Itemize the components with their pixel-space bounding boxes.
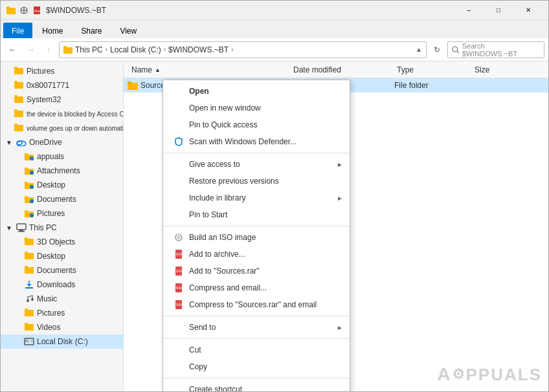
thispc-chevron: ▼ [6,224,12,232]
svg-text:RAR: RAR [176,286,183,290]
svg-text:RAR: RAR [176,252,183,256]
up-button[interactable]: ↑ [41,42,56,58]
sidebar-item-local-disk[interactable]: Local Disk (C:) [1,334,123,349]
sidebar-item-downloads[interactable]: Downloads [1,278,123,292]
ribbon: File Home Share View [1,20,548,38]
svg-point-19 [30,171,34,175]
folder-icon [14,109,24,119]
sidebar-item-documents[interactable]: Documents [1,263,123,278]
tab-share[interactable]: Share [73,23,110,38]
ctx-item-copy[interactable]: Copy [163,358,350,375]
sidebar-item-videos[interactable]: Videos [1,320,123,334]
svg-line-10 [457,50,459,52]
col-header-type[interactable]: Type [393,61,471,78]
path-segment-windowsbt: $WINDOWS.~BT [168,45,229,54]
sidebar-item-attachments[interactable]: Attachments [1,164,123,178]
ctx-item-send-to[interactable]: Send to ► [163,319,350,336]
ctx-item-give-access[interactable]: Give access to ► [163,156,350,173]
ctx-item-compress-email[interactable]: RAR Compress and email... [163,279,350,296]
sidebar-label-volume: volume goes up or down automatically [27,125,123,132]
ctx-item-add-sources-rar[interactable]: RAR Add to "Sources.rar" [163,263,350,279]
refresh-button[interactable]: ↻ [429,42,445,58]
svg-rect-39 [128,82,131,84]
col-header-date[interactable]: Date modified [289,61,393,78]
back-button[interactable]: ← [5,42,20,58]
tab-view[interactable]: View [111,23,145,38]
col-header-size[interactable]: Size [471,61,522,78]
sidebar-item-desktop[interactable]: Desktop [1,249,123,263]
ctx-item-compress-sources-email[interactable]: RAR Compress to "Sources.rar" and email [163,296,350,313]
rar-title-icon: RAR [32,5,42,16]
sidebar-item-appuals[interactable]: ↑ appuals [1,149,123,164]
svg-rect-29 [17,224,26,230]
sidebar-label-0x80071771: 0x80071771 [27,81,69,90]
sidebar-item-desktop-od[interactable]: Desktop [1,178,123,192]
ctx-item-restore-versions[interactable]: Restore previous versions [163,173,350,190]
sidebar-item-onedrive[interactable]: ▼ OneDrive [1,135,123,149]
svg-text:RAR: RAR [176,303,183,307]
sidebar-item-music[interactable]: Music [1,292,123,306]
ctx-arrow-send-to: ► [337,324,343,331]
content-area: Name ▲ Date modified Type Size [124,61,548,391]
sidebar-item-pictures-od[interactable]: Pictures [1,206,123,221]
sidebar-label-music: Music [37,294,57,303]
ctx-separator-1 [163,153,350,153]
sidebar-item-3d-objects[interactable]: 3D Objects [1,235,123,249]
ctx-item-open-new-window[interactable]: Open in new window [163,100,350,116]
videos-icon [24,322,34,332]
onedrive-chevron: ▼ [6,139,12,146]
sidebar-label-pictures-od: Pictures [37,209,65,218]
ctx-item-open[interactable]: Open [163,83,350,100]
path-chevron-1: › [106,46,107,53]
svg-point-40 [175,234,182,241]
ctx-item-scan-defender[interactable]: Scan with Windows Defender... [163,133,350,150]
minimize-button[interactable]: – [454,1,484,20]
address-path[interactable]: This PC › Local Disk (C:) › $WINDOWS.~BT… [59,41,427,58]
col-header-name[interactable]: Name ▲ [128,61,289,78]
ctx-item-build-iso[interactable]: Build an ISO image [163,229,350,246]
disk-icon [24,336,34,347]
ctx-item-add-archive[interactable]: RAR Add to archive... [163,246,350,263]
music-icon [24,294,34,304]
ctx-item-cut[interactable]: Cut [163,342,350,358]
maximize-button[interactable]: □ [484,1,513,20]
sidebar-item-0x80071771[interactable]: 0x80071771 [1,78,123,93]
sidebar-item-system32[interactable]: System32 [1,93,123,107]
tab-home[interactable]: Home [34,23,71,38]
documents-icon [24,265,34,276]
sidebar-label-desktop: Desktop [37,252,65,261]
folder-icon [14,94,24,105]
ctx-item-pin-quick[interactable]: Pin to Quick access [163,116,350,133]
sidebar-item-this-pc[interactable]: ▼ This PC [1,221,123,235]
ctx-item-create-shortcut[interactable]: Create shortcut [163,381,350,391]
sources-folder-icon [128,82,138,90]
sidebar-item-documents-od[interactable]: Documents [1,192,123,206]
onedrive-folder-icon: ↑ [24,151,34,162]
svg-point-33 [27,299,29,302]
file-item-type-sources: File folder [394,81,472,90]
forward-button[interactable]: → [23,42,38,58]
path-chevron-3: › [231,46,233,53]
svg-text:RAR: RAR [176,269,183,273]
svg-rect-1 [6,6,10,9]
tab-file[interactable]: File [3,23,32,38]
search-box[interactable]: Search $WINDOWS.~BT [447,41,544,58]
svg-rect-31 [18,231,25,232]
close-button[interactable]: ✕ [513,1,543,20]
path-expand-icon[interactable]: ▲ [416,46,422,53]
sidebar-item-pictures[interactable]: Pictures [1,306,123,320]
sidebar-label-documents: Documents [37,266,76,275]
sidebar-label-local-disk: Local Disk (C:) [37,337,88,346]
folder-icon [14,80,24,91]
sidebar-label-videos: Videos [37,323,60,332]
ctx-item-pin-start[interactable]: Pin to Start [163,206,350,223]
ctx-item-include-library[interactable]: Include in library ► [163,190,350,206]
sort-arrow: ▲ [155,67,161,73]
search-placeholder: Search $WINDOWS.~BT [462,42,540,58]
sidebar-item-volume[interactable]: volume goes up or down automatically [1,121,123,135]
sidebar-item-pictures-top[interactable]: Pictures [1,64,123,78]
svg-point-41 [177,236,180,239]
file-explorer-window: RAR $WINDOWS.~BT – □ ✕ File Home Share V… [0,0,549,392]
sidebar-item-device-blocked[interactable]: the device is blocked by Access Control [1,107,123,121]
sidebar-label-appuals: appuals [37,152,64,161]
